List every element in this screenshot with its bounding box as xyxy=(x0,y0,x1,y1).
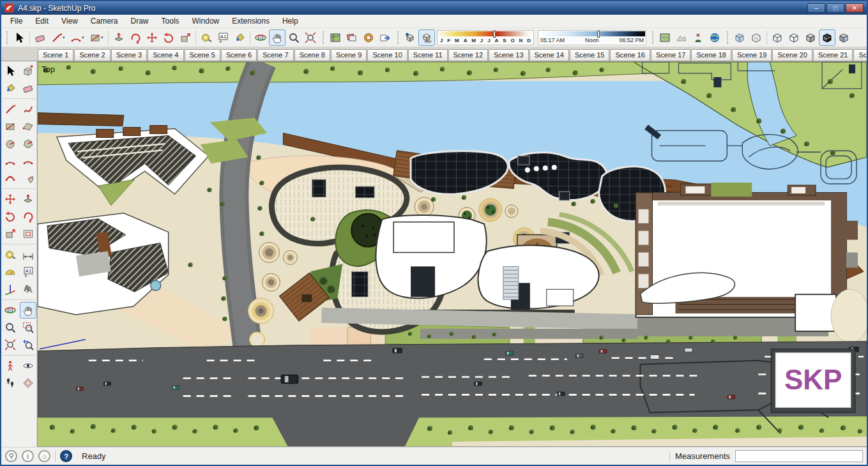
paint-bucket-button[interactable] xyxy=(231,29,248,46)
menu-item[interactable]: Edit xyxy=(29,15,55,27)
two-point-arc-tool[interactable] xyxy=(20,153,36,169)
menu-item[interactable]: Window xyxy=(186,15,226,27)
scene-tab[interactable]: Scene 12 xyxy=(448,49,488,61)
extension-warehouse-button[interactable] xyxy=(360,29,377,46)
scene-tab[interactable]: Scene 21 xyxy=(813,49,853,61)
rotate-button[interactable] xyxy=(160,29,177,46)
rotate-tool[interactable] xyxy=(2,208,19,225)
menu-item[interactable]: File xyxy=(4,15,29,27)
toolbar-grip[interactable] xyxy=(6,31,8,44)
scene-tab[interactable]: Scene 2 xyxy=(74,49,110,61)
tape-measure-button[interactable] xyxy=(198,29,215,46)
title-bar[interactable]: A4.skp - SketchUp Pro – □ ✕ xyxy=(1,1,867,15)
pie-tool[interactable] xyxy=(20,170,36,186)
axes-tool[interactable] xyxy=(2,281,19,297)
photo-textures-person-button[interactable] xyxy=(690,29,706,46)
orbit-button[interactable] xyxy=(252,29,269,46)
polygon-tool[interactable] xyxy=(20,135,36,152)
scene-tab[interactable]: Scene 6 xyxy=(221,49,257,61)
scale-button[interactable] xyxy=(177,29,194,46)
follow-me-button[interactable] xyxy=(127,29,144,46)
toolbar-grip[interactable] xyxy=(397,31,399,44)
hidden-line-button[interactable] xyxy=(786,29,802,46)
freehand-tool[interactable] xyxy=(20,101,36,117)
circle-tool[interactable] xyxy=(2,135,19,152)
section-plane-tool[interactable] xyxy=(20,375,36,391)
eraser-tool[interactable] xyxy=(20,80,36,96)
photo-textures-button[interactable] xyxy=(344,29,360,46)
model-viewport[interactable]: SKP Top xyxy=(37,61,867,447)
shaded-button[interactable] xyxy=(802,29,819,46)
shaded-with-textures-button[interactable] xyxy=(819,29,835,46)
model-viewport-canvas[interactable]: SKP Top xyxy=(38,62,867,446)
menu-item[interactable]: Extensions xyxy=(225,15,276,27)
scene-tab[interactable]: Scene 10 xyxy=(367,49,407,61)
zoom-tool[interactable] xyxy=(2,319,19,336)
scene-tab[interactable]: Scene 16 xyxy=(610,49,650,61)
zoom-extents-button[interactable] xyxy=(302,29,319,46)
preview-google-earth-button[interactable] xyxy=(706,29,723,46)
tape-measure-tool[interactable] xyxy=(2,246,19,263)
add-location-button[interactable] xyxy=(657,29,673,46)
scene-tab[interactable]: Scene 11 xyxy=(408,49,448,61)
dimension-tool[interactable] xyxy=(20,246,36,263)
scene-tab[interactable]: Scene 13 xyxy=(489,49,528,61)
toggle-shadows-button[interactable] xyxy=(418,29,435,46)
select-tool[interactable] xyxy=(2,63,19,79)
walk-tool[interactable] xyxy=(2,375,19,391)
scale-tool[interactable] xyxy=(2,225,19,242)
time-slider-handle[interactable] xyxy=(597,31,600,38)
follow-me-tool[interactable] xyxy=(20,208,36,225)
minimize-button[interactable]: – xyxy=(807,3,825,13)
maximize-button[interactable]: □ xyxy=(826,3,844,13)
close-button[interactable]: ✕ xyxy=(846,3,864,13)
line-dropdown-arrow[interactable]: ▾ xyxy=(63,35,68,40)
scene-tab[interactable]: Scene 20 xyxy=(772,49,812,61)
toolbar-grip[interactable] xyxy=(323,31,324,44)
wireframe-button[interactable] xyxy=(769,29,786,46)
position-camera-tool[interactable] xyxy=(2,357,19,374)
make-component-tool[interactable] xyxy=(20,63,36,79)
line-tool[interactable] xyxy=(2,101,19,117)
look-around-tool[interactable] xyxy=(20,357,36,374)
toggle-terrain-button[interactable] xyxy=(673,29,690,46)
scene-tab[interactable]: Scene 22 xyxy=(853,49,867,61)
pan-tool[interactable] xyxy=(20,302,36,319)
push-pull-tool[interactable] xyxy=(20,191,36,207)
rectangle-dropdown-arrow[interactable]: ▾ xyxy=(101,35,106,40)
3d-text-tool[interactable]: AA xyxy=(20,281,36,297)
shadow-settings-button[interactable] xyxy=(402,29,418,46)
rectangle-tool[interactable] xyxy=(2,118,19,135)
paint-bucket-tool[interactable] xyxy=(2,80,19,96)
sign-in-icon[interactable]: ☺ xyxy=(38,450,50,462)
text-tool[interactable]: A1 xyxy=(20,264,36,280)
push-pull-button[interactable] xyxy=(110,29,127,46)
geolocation-icon[interactable]: ⚲ xyxy=(5,450,17,462)
zoom-window-tool[interactable] xyxy=(20,319,36,336)
share-model-button[interactable] xyxy=(377,29,393,46)
measurements-input[interactable] xyxy=(735,450,863,462)
orbit-tool[interactable] xyxy=(2,302,19,319)
get-models-button[interactable] xyxy=(327,29,344,46)
shadow-time-slider[interactable]: 05:17 AMNoon06:52 PM xyxy=(538,30,646,45)
scene-tab[interactable]: Scene 15 xyxy=(570,49,609,61)
scene-tab[interactable]: Scene 3 xyxy=(111,49,147,61)
arc-dropdown-arrow[interactable]: ▾ xyxy=(82,35,87,40)
scene-tab[interactable]: Scene 7 xyxy=(257,49,293,61)
offset-tool[interactable] xyxy=(20,225,36,242)
move-tool[interactable] xyxy=(2,191,19,207)
eraser-button[interactable] xyxy=(32,29,49,46)
scene-tab[interactable]: Scene 1 xyxy=(38,49,73,61)
protractor-tool[interactable] xyxy=(2,264,19,280)
scene-tab[interactable]: Scene 4 xyxy=(148,49,183,61)
scene-tab[interactable]: Scene 18 xyxy=(691,49,731,61)
shadow-date-slider[interactable]: JFMAMJJASOND xyxy=(437,30,534,45)
zoom-extents-tool[interactable] xyxy=(2,336,19,353)
credits-icon[interactable]: i xyxy=(22,450,34,462)
scene-tab[interactable]: Scene 9 xyxy=(331,49,367,61)
menu-item[interactable]: Draw xyxy=(125,15,155,27)
pan-button[interactable] xyxy=(269,29,286,46)
text-button[interactable]: A1 xyxy=(215,29,231,46)
monochrome-button[interactable] xyxy=(835,29,852,46)
x-ray-button[interactable] xyxy=(731,29,748,46)
